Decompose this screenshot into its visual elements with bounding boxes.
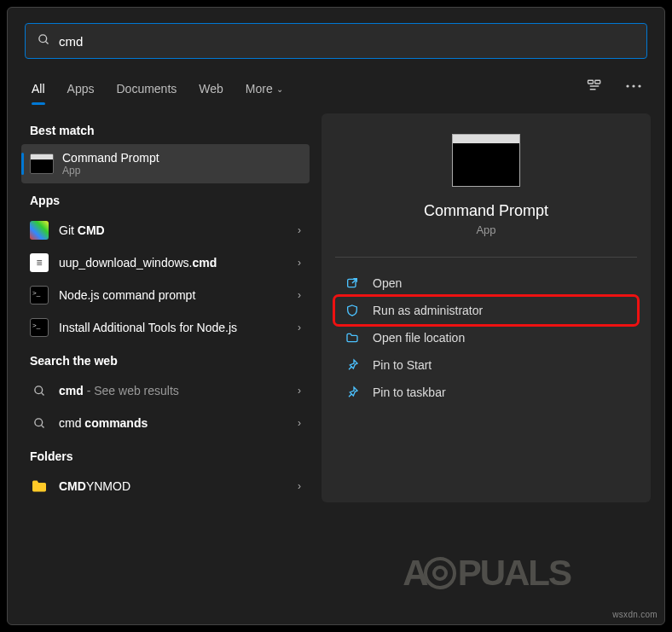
list-item-label: cmd commands — [59, 416, 298, 430]
best-match-subtitle: App — [62, 165, 159, 177]
list-item-label: Install Additional Tools for Node.js — [59, 321, 298, 334]
folder-open-icon — [344, 331, 361, 345]
chevron-down-icon: ⌄ — [276, 84, 283, 94]
search-icon — [30, 414, 49, 432]
svg-rect-3 — [595, 80, 600, 84]
git-icon — [30, 221, 49, 240]
list-item-label: Git CMD — [59, 223, 298, 237]
tab-all[interactable]: All — [32, 74, 45, 103]
svg-point-11 — [34, 418, 42, 426]
chevron-right-icon: › — [298, 480, 301, 492]
filter-tabs: All Apps Documents Web More⌄ — [8, 67, 664, 105]
action-pin-to-taskbar[interactable]: Pin to taskbar — [335, 379, 637, 406]
app-result-uup-download[interactable]: uup_download_windows.cmd › — [21, 246, 310, 279]
svg-line-12 — [41, 425, 43, 427]
search-query-text: cmd — [59, 34, 634, 49]
best-match-result[interactable]: Command Prompt App — [21, 144, 310, 183]
web-result-cmd-commands[interactable]: cmd commands › — [21, 407, 310, 439]
svg-point-9 — [34, 386, 42, 393]
svg-point-0 — [39, 35, 47, 43]
chevron-right-icon: › — [298, 257, 301, 269]
watermark-text: wsxdn.com — [612, 610, 658, 619]
terminal-icon — [30, 286, 49, 304]
open-icon — [344, 276, 361, 290]
web-result-cmd[interactable]: cmd - See web results › — [21, 374, 310, 407]
app-result-git-cmd[interactable]: Git CMD › — [21, 214, 310, 246]
svg-line-10 — [41, 392, 43, 395]
search-window: cmd All Apps Documents Web More⌄ Best ma… — [7, 7, 665, 625]
svg-point-7 — [632, 84, 634, 87]
svg-point-6 — [626, 84, 629, 87]
list-item-label: CMDYNMOD — [59, 479, 298, 493]
svg-rect-2 — [588, 80, 594, 84]
section-header-best-match: Best match — [30, 124, 301, 137]
section-header-web: Search the web — [30, 354, 301, 368]
list-item-label: uup_download_windows.cmd — [59, 256, 298, 270]
section-header-apps: Apps — [30, 194, 301, 207]
tab-more[interactable]: More⌄ — [246, 74, 283, 103]
best-match-title: Command Prompt — [62, 151, 159, 165]
preview-title: Command Prompt — [335, 202, 637, 220]
action-run-as-administrator[interactable]: Run as administrator — [335, 297, 637, 324]
action-label: Run as administrator — [373, 304, 483, 317]
tab-web[interactable]: Web — [199, 74, 223, 103]
list-item-label: cmd - See web results — [59, 384, 298, 397]
tab-more-label: More — [246, 82, 273, 96]
search-input[interactable]: cmd — [25, 23, 647, 59]
action-pin-to-start[interactable]: Pin to Start — [335, 351, 637, 379]
preview-pane: Command Prompt App Open Run as administr… — [322, 113, 651, 502]
file-icon — [30, 253, 49, 272]
action-label: Open file location — [373, 331, 465, 345]
chevron-right-icon: › — [298, 224, 301, 236]
search-icon — [38, 33, 50, 49]
action-label: Open — [373, 276, 402, 290]
command-prompt-icon — [452, 134, 520, 187]
quick-search-options-button[interactable] — [581, 72, 608, 100]
action-open[interactable]: Open — [335, 270, 637, 297]
action-open-file-location[interactable]: Open file location — [335, 324, 637, 351]
command-prompt-icon — [30, 154, 54, 174]
app-result-nodejs-tools[interactable]: Install Additional Tools for Node.js › — [21, 311, 310, 344]
tab-apps[interactable]: Apps — [67, 74, 95, 103]
action-label: Pin to Start — [373, 358, 432, 372]
tab-documents[interactable]: Documents — [116, 74, 177, 103]
svg-line-1 — [45, 41, 48, 43]
watermark-logo: APUALS — [403, 553, 571, 594]
preview-subtitle: App — [335, 223, 637, 236]
folder-result-cmdynmod[interactable]: CMDYNMOD › — [21, 470, 310, 502]
pin-icon — [344, 386, 361, 399]
section-header-folders: Folders — [30, 449, 301, 463]
svg-point-8 — [638, 84, 640, 87]
results-column: Best match Command Prompt App Apps Git C… — [21, 113, 310, 502]
list-item-label: Node.js command prompt — [59, 288, 298, 302]
chevron-right-icon: › — [298, 322, 301, 333]
action-label: Pin to taskbar — [373, 386, 446, 399]
app-result-nodejs-prompt[interactable]: Node.js command prompt › — [21, 279, 310, 311]
pin-icon — [344, 358, 361, 372]
more-options-button[interactable] — [620, 72, 647, 100]
chevron-right-icon: › — [298, 417, 301, 429]
chevron-right-icon: › — [298, 385, 301, 397]
search-icon — [30, 381, 49, 400]
divider — [335, 257, 637, 258]
folder-icon — [30, 477, 49, 496]
chevron-right-icon: › — [298, 289, 301, 301]
terminal-icon — [30, 318, 49, 337]
shield-icon — [344, 304, 361, 317]
